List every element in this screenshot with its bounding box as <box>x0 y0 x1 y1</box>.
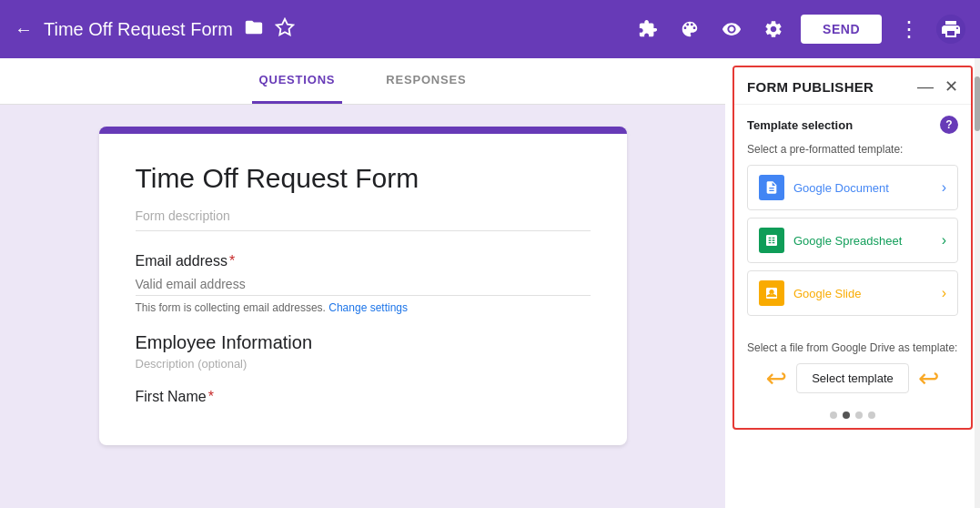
first-name-required: * <box>208 389 214 404</box>
tab-responses[interactable]: RESPONSES <box>379 58 473 104</box>
form-title: Time Off Request Form <box>44 19 233 40</box>
folder-icon[interactable] <box>244 17 264 42</box>
form-publisher-card: FORM PUBLISHER — ✕ Template selection ? … <box>732 66 973 430</box>
template-name-spreadsheet: Google Spreadsheet <box>793 234 902 248</box>
template-option-left-slide: Google Slide <box>759 280 861 306</box>
scrollbar[interactable] <box>975 58 980 508</box>
form-card: Time Off Request Form Form description E… <box>99 127 627 445</box>
dot-2 <box>843 411 850 419</box>
fp-title: FORM PUBLISHER <box>747 79 874 95</box>
template-option-document[interactable]: Google Document › <box>747 165 958 210</box>
fp-header-icons: — ✕ <box>917 78 958 95</box>
template-name-slide: Google Slide <box>793 287 861 300</box>
form-panel: QUESTIONS RESPONSES Time Off Request For… <box>0 58 725 508</box>
dot-4 <box>868 411 875 419</box>
template-option-slide[interactable]: Google Slide › <box>747 270 958 316</box>
chevron-slide: › <box>942 285 946 301</box>
back-icon[interactable]: ← <box>15 19 33 40</box>
field-note: This form is collecting email addresses.… <box>136 301 591 314</box>
fp-drive-label: Select a file from Google Drive as templ… <box>747 341 958 354</box>
fp-sub-label: Select a pre-formatted template: <box>747 143 958 156</box>
header-right: SEND ⋮ <box>633 15 965 44</box>
fp-body: Template selection ? Select a pre-format… <box>734 105 971 334</box>
email-label: Email address* <box>136 253 591 269</box>
section-title: Employee Information <box>136 332 591 353</box>
fp-drive-row: ↪ Select template ↩ <box>747 363 958 393</box>
fp-section-text: Template selection <box>747 118 853 132</box>
fp-section-label: Template selection ? <box>747 116 958 134</box>
puzzle-icon[interactable] <box>633 15 662 44</box>
right-panel: FORM PUBLISHER — ✕ Template selection ? … <box>725 58 980 508</box>
select-template-button[interactable]: Select template <box>796 363 909 393</box>
dot-3 <box>855 411 863 419</box>
template-option-spreadsheet[interactable]: Google Spreadsheet › <box>747 218 958 263</box>
template-name-document: Google Document <box>793 181 889 195</box>
star-icon[interactable] <box>275 17 295 42</box>
first-name-label: First Name* <box>136 389 591 405</box>
template-option-left-sheet: Google Spreadsheet <box>759 228 902 253</box>
fp-minimize-button[interactable]: — <box>917 78 934 95</box>
settings-icon[interactable] <box>759 15 788 44</box>
tab-questions[interactable]: QUESTIONS <box>252 58 343 104</box>
main-area: QUESTIONS RESPONSES Time Off Request For… <box>0 58 980 508</box>
addon-printer-icon[interactable] <box>936 15 965 44</box>
palette-icon[interactable] <box>675 15 704 44</box>
fp-drive-section: Select a file from Google Drive as templ… <box>734 334 971 406</box>
form-heading: Time Off Request Form <box>136 163 591 194</box>
required-star: * <box>229 253 235 269</box>
section-description[interactable]: Description (optional) <box>136 357 591 371</box>
employee-section: Employee Information Description (option… <box>136 332 591 371</box>
header: ← Time Off Request Form SEND ⋮ <box>0 0 980 58</box>
fp-header: FORM PUBLISHER — ✕ <box>734 67 971 105</box>
doc-icon-spreadsheet <box>759 228 784 253</box>
change-settings-link[interactable]: Change settings <box>328 301 408 314</box>
svg-marker-0 <box>277 18 293 34</box>
scrollbar-thumb <box>975 76 980 131</box>
header-left: ← Time Off Request Form <box>15 17 622 42</box>
fp-pagination-dots <box>734 411 971 419</box>
doc-icon-document <box>759 175 784 200</box>
dot-1 <box>830 411 837 419</box>
doc-icon-slide <box>759 280 784 306</box>
preview-icon[interactable] <box>717 15 746 44</box>
form-description[interactable]: Form description <box>136 208 591 231</box>
send-button[interactable]: SEND <box>801 15 882 44</box>
email-field-container: Email address* This form is collecting e… <box>136 253 591 314</box>
fp-help-icon[interactable]: ? <box>940 116 958 134</box>
template-option-left: Google Document <box>759 175 889 200</box>
email-input[interactable] <box>136 273 591 296</box>
arrow-right-icon: ↩ <box>918 363 939 393</box>
chevron-document: › <box>942 179 946 196</box>
chevron-spreadsheet: › <box>942 232 946 249</box>
arrow-left-icon: ↪ <box>766 363 787 393</box>
tabs-bar: QUESTIONS RESPONSES <box>0 58 725 105</box>
first-name-field: First Name* <box>136 389 591 405</box>
more-menu-icon[interactable]: ⋮ <box>894 15 924 44</box>
fp-close-button[interactable]: ✕ <box>945 78 958 95</box>
